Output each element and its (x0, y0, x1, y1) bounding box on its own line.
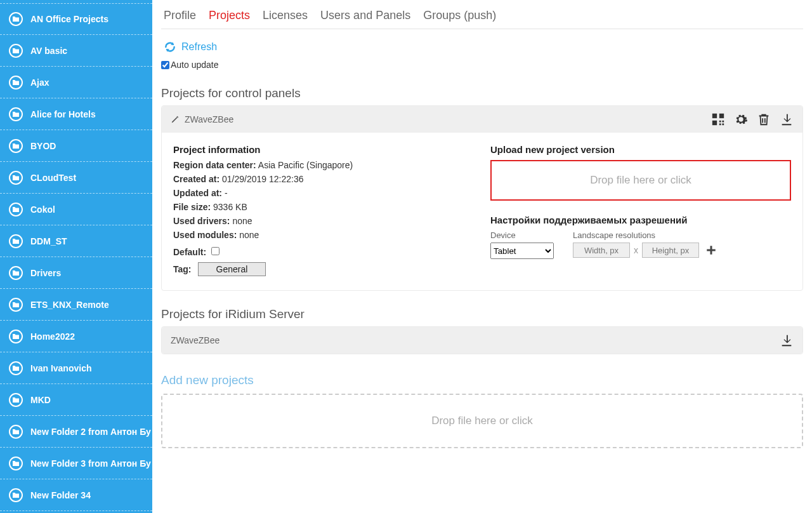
refresh-icon (164, 41, 176, 53)
folder-icon (9, 171, 23, 185)
project-panel-header: ZWaveZBee (162, 106, 802, 133)
folder-icon (9, 203, 23, 217)
filesize-value: 9336 KB (213, 202, 247, 212)
sidebar-item-15[interactable]: New Folder 34 (0, 479, 152, 511)
sidebar-item-label: Ivan Ivanovich (30, 363, 91, 373)
trash-icon[interactable] (757, 112, 771, 126)
tab-licenses[interactable]: Licenses (263, 9, 308, 22)
region-value: Asia Pacific (Singapore) (258, 160, 353, 170)
sidebar-item-3[interactable]: Alice for Hotels (0, 98, 152, 130)
folder-icon (9, 234, 23, 248)
x-separator: x (634, 245, 638, 255)
tab-projects[interactable]: Projects (209, 9, 250, 22)
folder-icon (9, 139, 23, 153)
sidebar-item-label: ETS_KNX_Remote (30, 300, 109, 310)
plus-icon[interactable] (705, 244, 717, 256)
height-input[interactable] (642, 243, 699, 258)
sidebar-item-label: New Folder 3 from Антон Бу (30, 458, 151, 469)
refresh-button[interactable]: Refresh (164, 41, 801, 53)
sidebar-item-label: Drivers (30, 268, 61, 278)
landscape-label: Landscape resolutions (573, 230, 717, 240)
sidebar-item-10[interactable]: Home2022 (0, 321, 152, 352)
svg-rect-3 (719, 121, 721, 123)
folder-icon (9, 425, 23, 439)
folder-icon (9, 393, 23, 407)
sidebar-item-label: CLoudTest (30, 173, 76, 183)
sidebar-item-label: Ajax (30, 77, 49, 88)
folder-icon (9, 298, 23, 312)
refresh-label: Refresh (181, 41, 217, 53)
created-value: 01/29/2019 12:22:36 (222, 174, 303, 184)
sidebar-item-label: AN Office Projects (30, 14, 108, 24)
upload-dropzone[interactable]: Drop file here or click (490, 160, 791, 201)
width-input[interactable] (573, 243, 630, 258)
main-content: Profile Projects Licenses Users and Pane… (152, 0, 812, 513)
created-label: Created at: (173, 174, 219, 184)
sidebar-item-11[interactable]: Ivan Ivanovich (0, 352, 152, 384)
svg-rect-2 (712, 121, 717, 125)
folder-icon (9, 456, 23, 470)
svg-rect-0 (712, 114, 717, 118)
add-project-dropzone[interactable]: Drop file here or click (161, 394, 803, 448)
upload-dropzone-text: Drop file here or click (590, 174, 691, 187)
pencil-icon[interactable] (171, 115, 180, 124)
upload-title: Upload new project version (490, 144, 791, 155)
default-label: Default: (173, 247, 206, 257)
modules-label: Used modules: (173, 230, 237, 240)
svg-rect-4 (722, 121, 724, 123)
resolutions-title: Настройки поддерживаемых разрешений (490, 215, 791, 225)
tab-groups[interactable]: Groups (push) (423, 9, 496, 22)
sidebar-item-label: Home2022 (30, 331, 75, 342)
download-icon[interactable] (780, 112, 794, 126)
sidebar-item-label: New Folder 34 (30, 490, 91, 500)
project-panel-server: ZWaveZBee (161, 326, 803, 354)
section-server-title: Projects for iRidium Server (161, 307, 803, 321)
folder-icon (9, 76, 23, 90)
drivers-label: Used drivers: (173, 216, 230, 226)
sidebar-item-0[interactable]: AN Office Projects (0, 3, 152, 35)
updated-value: - (225, 188, 228, 198)
download-icon[interactable] (780, 333, 794, 347)
updated-label: Updated at: (173, 188, 222, 198)
sidebar-item-9[interactable]: ETS_KNX_Remote (0, 289, 152, 321)
sidebar-item-7[interactable]: DDM_ST (0, 225, 152, 257)
sidebar-item-13[interactable]: New Folder 2 from Антон Бу (0, 416, 152, 448)
sidebar-item-6[interactable]: Cokol (0, 194, 152, 225)
sidebar-item-2[interactable]: Ajax (0, 67, 152, 98)
sidebar-item-label: MKD (30, 395, 51, 405)
sidebar-item-label: DDM_ST (30, 236, 67, 246)
folder-icon (9, 44, 23, 58)
tag-button[interactable]: General (198, 262, 266, 276)
drivers-value: none (232, 216, 252, 226)
sidebar-item-8[interactable]: Drivers (0, 257, 152, 289)
tag-label: Tag: (173, 264, 192, 274)
auto-update-row[interactable]: Auto update (161, 60, 803, 70)
svg-rect-5 (719, 123, 721, 125)
device-label: Device (490, 230, 554, 240)
project-info-title: Project information (173, 144, 478, 155)
folder-icon (9, 488, 23, 502)
tab-profile[interactable]: Profile (164, 9, 196, 22)
sidebar-item-label: New Folder 2 from Антон Бу (30, 427, 151, 437)
tab-users-panels[interactable]: Users and Panels (320, 9, 410, 22)
qr-icon[interactable] (711, 112, 725, 126)
device-select[interactable]: Tablet (490, 243, 554, 259)
default-checkbox[interactable] (211, 247, 219, 255)
sidebar-item-label: AV basic (30, 46, 67, 56)
sidebar-item-5[interactable]: CLoudTest (0, 162, 152, 194)
sidebar-item-1[interactable]: AV basic (0, 35, 152, 67)
filesize-label: File size: (173, 202, 211, 212)
project-upload-column: Upload new project version Drop file her… (490, 144, 791, 276)
sidebar-item-14[interactable]: New Folder 3 from Антон Бу (0, 448, 152, 479)
project-server-header[interactable]: ZWaveZBee (162, 327, 802, 354)
auto-update-label: Auto update (171, 60, 219, 70)
auto-update-checkbox[interactable] (161, 61, 169, 69)
sidebar-item-12[interactable]: MKD (0, 384, 152, 416)
sidebar-item-label: Alice for Hotels (30, 109, 96, 119)
project-info-column: Project information Region data center: … (173, 144, 478, 276)
gear-icon[interactable] (734, 112, 748, 126)
sidebar-item-4[interactable]: BYOD (0, 130, 152, 162)
folder-icon (9, 12, 23, 26)
section-control-panels-title: Projects for control panels (161, 86, 803, 100)
add-new-projects-title: Add new projects (161, 373, 803, 387)
